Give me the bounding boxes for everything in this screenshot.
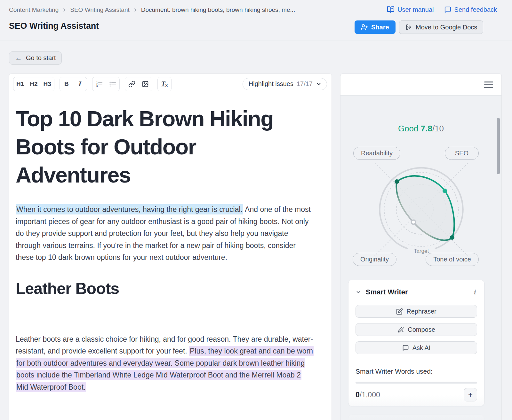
info-icon[interactable]: i	[473, 288, 477, 296]
target-label: Target	[414, 248, 429, 254]
doc-subheading: Leather Boots	[16, 279, 325, 298]
chat-bubble-icon	[402, 345, 409, 351]
ask-ai-button[interactable]: Ask AI	[356, 341, 477, 354]
words-counter: 0/1,000	[356, 391, 380, 399]
page-title: SEO Writing Assistant	[9, 21, 99, 31]
export-icon	[405, 24, 412, 31]
hamburger-icon	[484, 82, 493, 82]
highlight-issues-label: Highlight issues	[249, 80, 293, 88]
panel-menu-button[interactable]	[484, 81, 493, 89]
ordered-list-button[interactable]: 123	[92, 77, 106, 91]
editor-toolbar: H1 H2 H3 B I 123	[9, 74, 332, 94]
share-label: Share	[371, 24, 389, 31]
smart-writer-card: Smart Writer i Rephraser Compose	[348, 280, 484, 406]
score-rating: Good	[398, 124, 419, 133]
doc-paragraph-1: When it comes to outdoor adventures, hav…	[16, 204, 313, 264]
heading-buttons-group: H1 H2 H3	[13, 77, 54, 91]
highlight-issues-dropdown[interactable]: Highlight issues 17/17	[243, 78, 327, 90]
ordered-list-icon: 123	[95, 80, 103, 88]
words-used-label: Smart Writer Words used:	[356, 368, 477, 375]
words-counter-row: 0/1,000 +	[356, 388, 477, 401]
words-progress-bar	[356, 382, 477, 384]
user-manual-link[interactable]: User manual	[387, 6, 434, 13]
book-icon	[387, 6, 395, 13]
link-button[interactable]	[125, 77, 139, 91]
magic-pen-icon	[397, 326, 404, 333]
doc-paragraph-2: Leather boots are a classic choice for h…	[16, 333, 313, 393]
move-to-google-docs-label: Move to Google Docs	[416, 24, 477, 31]
clear-format-group: Tx	[157, 77, 172, 91]
pill-readability[interactable]: Readability	[353, 147, 400, 160]
plus-icon: +	[468, 390, 473, 399]
ask-ai-label: Ask AI	[412, 344, 431, 352]
tone-point	[450, 235, 454, 240]
bullet-list-button[interactable]	[106, 77, 119, 91]
score-value: 7.8	[421, 124, 432, 133]
add-words-button[interactable]: +	[464, 388, 477, 401]
breadcrumb-item-content-marketing[interactable]: Content Marketing	[9, 6, 59, 13]
highlight-issues-count: 17/17	[297, 80, 313, 88]
radar-chart: Target	[340, 158, 502, 261]
image-icon	[142, 81, 149, 88]
smart-writer-header[interactable]: Smart Writer i	[356, 286, 477, 298]
readability-highlight[interactable]: When it comes to outdoor adventures, hav…	[16, 204, 243, 214]
breadcrumb: Content Marketing SEO Writing Assistant …	[9, 6, 295, 13]
h2-button[interactable]: H2	[27, 77, 40, 91]
arrow-left-icon: ←	[15, 55, 22, 62]
score-max: /10	[432, 124, 444, 133]
edit-icon	[396, 308, 403, 315]
share-button[interactable]: Share	[355, 20, 396, 34]
insert-group	[125, 77, 152, 91]
move-to-google-docs-button[interactable]: Move to Google Docs	[399, 20, 483, 34]
score-panel: Good 7.8/10 Readability SEO Originality …	[340, 74, 502, 420]
compose-button[interactable]: Compose	[356, 323, 477, 336]
send-feedback-link[interactable]: Send feedback	[444, 6, 497, 13]
link-icon	[128, 81, 135, 88]
chevron-down-icon	[356, 289, 361, 295]
list-buttons-group: 123	[92, 77, 120, 91]
go-to-start-button[interactable]: ← Go to start	[9, 51, 62, 65]
clear-formatting-button[interactable]: Tx	[158, 77, 171, 91]
originality-point	[412, 220, 416, 224]
panel-header	[340, 74, 501, 96]
seo-writing-assistant-app: Content Marketing SEO Writing Assistant …	[0, 0, 512, 420]
breadcrumb-item-swa[interactable]: SEO Writing Assistant	[70, 6, 130, 13]
readability-card: Readability	[348, 415, 484, 420]
h1-button[interactable]: H1	[13, 77, 27, 91]
person-plus-icon	[361, 24, 368, 31]
smart-writer-title: Smart Writer	[366, 288, 408, 296]
italic-button[interactable]: I	[73, 77, 87, 91]
user-manual-label: User manual	[397, 6, 434, 13]
bullet-list-icon	[109, 80, 116, 88]
chevron-down-icon	[316, 81, 322, 87]
rephraser-label: Rephraser	[406, 308, 436, 315]
compose-label: Compose	[408, 326, 435, 333]
empty-paragraph	[16, 298, 325, 319]
go-to-start-label: Go to start	[26, 54, 56, 62]
seo-point	[443, 189, 447, 193]
panel-body: Good 7.8/10 Readability SEO Originality …	[340, 96, 501, 420]
svg-text:3: 3	[96, 85, 98, 88]
image-button[interactable]	[139, 77, 152, 91]
speech-bubble-icon	[444, 6, 452, 13]
editor-canvas: H1 H2 H3 B I 123	[9, 74, 332, 420]
text-style-group: B I	[60, 77, 87, 91]
rephraser-button[interactable]: Rephraser	[356, 305, 477, 318]
header-divider	[0, 41, 512, 41]
h3-button[interactable]: H3	[41, 77, 54, 91]
editor-content[interactable]: Top 10 Dark Brown Hiking Boots for Outdo…	[9, 94, 332, 393]
overall-score: Good 7.8/10	[340, 124, 501, 134]
pill-seo[interactable]: SEO	[445, 147, 479, 160]
bold-button[interactable]: B	[60, 77, 73, 91]
breadcrumb-item-document: Document: brown hiking boots, brown hiki…	[141, 6, 295, 13]
doc-title: Top 10 Dark Brown Hiking Boots for Outdo…	[16, 105, 304, 189]
chevron-right-icon	[133, 7, 138, 12]
chevron-right-icon	[62, 7, 67, 12]
top-links: User manual Send feedback	[387, 6, 497, 13]
readability-point	[395, 179, 399, 184]
send-feedback-label: Send feedback	[454, 6, 497, 13]
